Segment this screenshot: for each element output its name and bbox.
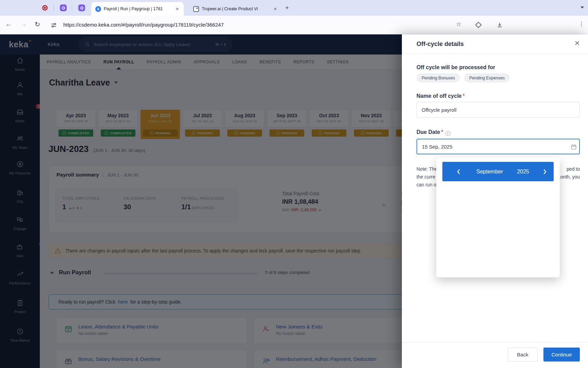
site-info-icon[interactable] [50,22,57,29]
tab-title: Trupeer.ai | Create Product Vi [202,6,270,11]
next-month-chevron-icon[interactable] [543,169,547,174]
browser-tab-strip: kPayroll | Run | Paygroup | 1781×Trupeer… [0,0,588,16]
due-date-label: Due Date*i [416,129,451,136]
tab-search-chevron-icon[interactable] [581,6,584,9]
calendar-month: September [476,169,503,175]
info-icon[interactable]: i [445,131,451,136]
close-tab-icon[interactable]: × [174,6,180,12]
download-icon[interactable] [496,21,503,29]
note-fragment: Note: The [416,166,437,172]
browser-tab[interactable]: kPayroll | Run | Paygroup | 1781× [91,2,184,16]
browser-tab[interactable]: Trupeer.ai | Create Product Vi× [189,2,282,16]
name-of-off-cycle-label: Name of off cycle* [416,93,465,99]
extension-icon-2[interactable] [77,3,86,12]
browser-url-bar: ← → ↻ https://csdemo.keka.com/#/payroll/… [0,16,588,34]
keka-favicon-icon: k [95,6,101,12]
panel-title: Off-cycle details [416,41,464,48]
date-picker-popup: September 2025 [436,157,560,277]
extension-icon-1[interactable] [59,3,68,12]
new-tab-button[interactable]: + [285,4,289,11]
processed-for-label: Off cycle will be processed for [416,64,495,71]
browser-menu-kebab-icon[interactable]: ⋮ [578,20,584,28]
url-field[interactable]: https://csdemo.keka.com/#/payroll/run/pa… [63,22,224,28]
screen: kPayroll | Run | Paygroup | 1781×Trupeer… [0,0,588,368]
note-fragment: onth, you [560,174,580,180]
note-fragment: can run o [416,182,436,187]
note-fragment: the curre [416,174,435,180]
bookmark-star-icon[interactable]: ☆ [456,20,461,28]
forward-icon[interactable]: → [20,20,27,28]
off-cycle-name-input[interactable] [416,102,580,118]
processed-for-chips: Pending BonusesPending Expenses [416,73,510,82]
back-icon[interactable]: ← [5,20,12,28]
close-icon[interactable]: × [571,37,583,49]
previous-month-chevron-icon[interactable] [457,169,460,174]
tab-separator [53,5,54,11]
reload-icon[interactable]: ↻ [35,20,40,28]
back-button[interactable]: Back [508,348,538,362]
trupeer-favicon-icon [193,6,199,12]
chip-pending-expenses[interactable]: Pending Expenses [464,73,510,82]
chip-pending-bonuses[interactable]: Pending Bonuses [416,73,460,82]
calendar-header: September 2025 [442,162,554,181]
divider [402,54,588,54]
calendar-year: 2025 [517,169,529,175]
tab-title: Payroll | Run | Paygroup | 1781 [104,6,172,11]
continue-button[interactable]: Continue [543,348,580,362]
due-date-input[interactable] [416,139,580,154]
record-icon[interactable] [40,3,49,12]
close-tab-icon[interactable]: × [272,6,278,12]
calendar-icon[interactable] [570,143,577,150]
tab-separator [72,5,72,11]
extensions-puzzle-icon[interactable] [475,22,482,29]
divider [402,342,588,342]
note-fragment: ped to [567,166,580,172]
